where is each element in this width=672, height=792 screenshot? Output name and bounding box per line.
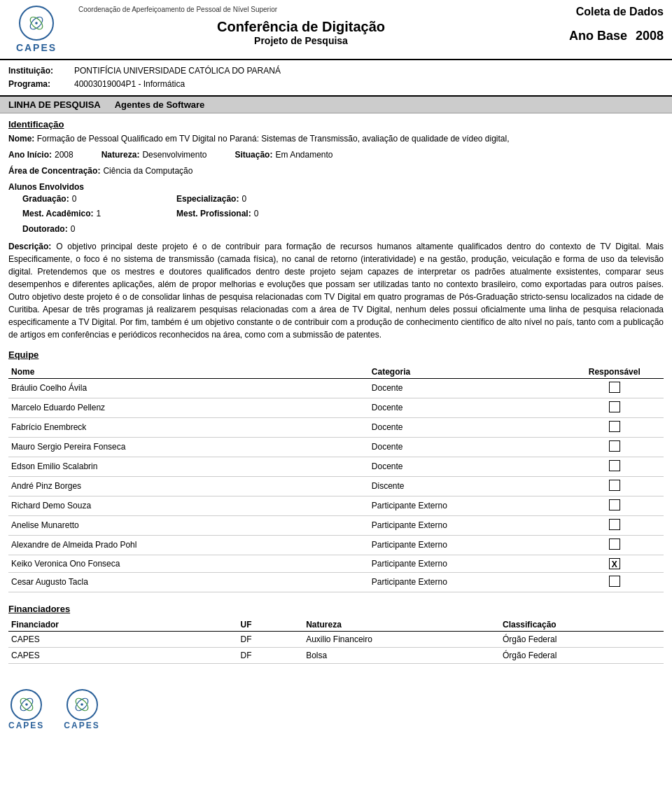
responsavel-checkbox[interactable] (609, 499, 620, 510)
member-categoria: Docente (369, 457, 566, 476)
instituicao-label: Instituição: (8, 64, 71, 78)
footer-capes-text-2: CAPES (64, 721, 99, 730)
svg-point-2 (35, 22, 38, 25)
member-categoria: Docente (369, 437, 566, 457)
org-label: Coordenação de Aperfeiçoamento de Pessoa… (78, 6, 277, 13)
financiador-uf: DF (238, 631, 304, 647)
responsavel-checkbox[interactable] (609, 401, 620, 412)
header-title: Conferência de Digitação (78, 19, 524, 35)
coleta-label: Coleta de Dados (524, 6, 664, 18)
member-categoria: Participante Externo (369, 535, 566, 555)
member-categoria: Discente (369, 476, 566, 496)
alunos-title: Alunos Envolvidos (8, 182, 664, 192)
equipe-section: Equipe Nome Categoria Responsável Bráuli… (8, 349, 664, 592)
equipe-title: Equipe (8, 349, 664, 360)
responsavel-checkbox[interactable] (609, 382, 620, 393)
financiadores-table: Financiador UF Natureza Classificação CA… (8, 618, 664, 664)
identificacao-title: Identificação (8, 119, 664, 130)
equipe-row: Alexandre de Almeida Prado PohlParticipa… (8, 535, 664, 555)
financiador-row: CAPESDFBolsaÓrgão Federal (8, 647, 664, 663)
descricao-section: Descrição: O objetivo principal deste pr… (8, 240, 664, 341)
member-responsavel[interactable] (566, 457, 664, 476)
member-categoria: Participante Externo (369, 555, 566, 572)
mestrado-prof-row: Mest. Profissional: 0 (176, 207, 330, 222)
col-classificacao-header: Classificação (500, 618, 664, 632)
financiador-financiador: CAPES (8, 631, 238, 647)
footer-logo-1: CAPES (8, 689, 44, 730)
natureza-row: Natureza: Desenvolvimento (102, 148, 207, 163)
doutorado-row: Doutorado: 0 (22, 222, 176, 237)
alunos-grid: Graduação: 0 Especialização: 0 Mest. Aca… (22, 192, 664, 237)
mestrado-prof-label: Mest. Profissional: (176, 207, 251, 222)
equipe-row: Mauro Sergio Pereira FonsecaDocente (8, 437, 664, 457)
col-categoria-header: Categoria (369, 366, 566, 379)
situacao-label: Situação: (234, 148, 272, 163)
member-responsavel[interactable] (566, 398, 664, 417)
info-row-1: Ano Início: 2008 Natureza: Desenvolvimen… (8, 148, 664, 163)
member-responsavel[interactable] (566, 476, 664, 496)
responsavel-checkbox[interactable] (609, 539, 620, 550)
mestrado-prof-value: 0 (254, 207, 259, 222)
programa-label: Programa: (8, 78, 71, 91)
area-label: Área de Concentração: (8, 164, 100, 179)
financiador-financiador: CAPES (8, 647, 238, 663)
equipe-row: Cesar Augusto TaclaParticipante Externo (8, 572, 664, 592)
linha-pesquisa-bar: LINHA DE PESQUISA Agentes de Software (0, 97, 672, 113)
responsavel-checkbox[interactable]: X (609, 558, 620, 569)
equipe-row: Keiko Veronica Ono FonsecaParticipante E… (8, 555, 664, 572)
member-responsavel[interactable]: X (566, 555, 664, 572)
nome-value: Formação de Pessoal Qualificado em TV Di… (37, 134, 510, 144)
descricao-label: Descrição: (8, 242, 51, 251)
linha-pesquisa-label: LINHA DE PESQUISA (8, 99, 101, 110)
member-categoria: Participante Externo (369, 572, 566, 592)
member-responsavel[interactable] (566, 515, 664, 535)
equipe-row: Marcelo Eduardo PellenzDocente (8, 398, 664, 417)
equipe-header-row: Nome Categoria Responsável (8, 366, 664, 379)
financiadores-section: Financiadores Financiador UF Natureza Cl… (8, 604, 664, 664)
svg-point-5 (25, 703, 28, 706)
financiadores-title: Financiadores (8, 604, 664, 614)
descricao-value: O objetivo principal deste projeto é o d… (8, 242, 664, 340)
member-nome: Anelise Munaretto (8, 515, 369, 535)
responsavel-checkbox[interactable] (609, 480, 620, 491)
col-uf-header: UF (238, 618, 304, 632)
col-financiador-header: Financiador (8, 618, 238, 632)
main-content: Identificação Nome: Formação de Pessoal … (0, 113, 672, 669)
member-categoria: Docente (369, 398, 566, 417)
member-nome: Edson Emilio Scalabrin (8, 457, 369, 476)
programa-row: Programa: 40003019004P1 - Informática (8, 78, 664, 91)
col-natureza-header: Natureza (303, 618, 500, 632)
institution-section: Instituição: PONTIFÍCIA UNIVERSIDADE CAT… (0, 60, 672, 97)
member-responsavel[interactable] (566, 572, 664, 592)
member-nome: Richard Demo Souza (8, 496, 369, 515)
linha-pesquisa-value: Agentes de Software (115, 99, 205, 110)
especializacao-row: Especialização: 0 (176, 192, 330, 207)
situacao-value: Em Andamento (275, 148, 332, 163)
member-nome: Marcelo Eduardo Pellenz (8, 398, 369, 417)
responsavel-checkbox[interactable] (609, 440, 620, 452)
responsavel-checkbox[interactable] (609, 421, 620, 432)
member-nome: Alexandre de Almeida Prado Pohl (8, 535, 369, 555)
responsavel-checkbox[interactable] (609, 576, 620, 587)
graduacao-row: Graduação: 0 (22, 192, 176, 207)
natureza-value: Desenvolvimento (142, 148, 206, 163)
responsavel-checkbox[interactable] (609, 519, 620, 530)
mestrado-acad-label: Mest. Acadêmico: (22, 207, 94, 222)
member-responsavel[interactable] (566, 496, 664, 515)
nome-row: Nome: Formação de Pessoal Qualificado em… (8, 132, 664, 146)
responsavel-checkbox[interactable] (609, 460, 620, 471)
member-responsavel[interactable] (566, 535, 664, 555)
member-responsavel[interactable] (566, 378, 664, 398)
footer-logo-2: CAPES (64, 689, 99, 730)
financiador-natureza: Bolsa (303, 647, 500, 663)
header-right: Coleta de Dados Ano Base 2008 (524, 6, 664, 43)
equipe-table: Nome Categoria Responsável Bráulio Coelh… (8, 366, 664, 592)
ano-base-value: 2008 (636, 29, 664, 43)
member-responsavel[interactable] (566, 417, 664, 437)
member-responsavel[interactable] (566, 437, 664, 457)
logo-area: CAPES (8, 6, 64, 53)
member-categoria: Participante Externo (369, 515, 566, 535)
financiador-natureza: Auxilio Financeiro (303, 631, 500, 647)
member-nome: Mauro Sergio Pereira Fonseca (8, 437, 369, 457)
financiador-classificacao: Órgão Federal (500, 631, 664, 647)
